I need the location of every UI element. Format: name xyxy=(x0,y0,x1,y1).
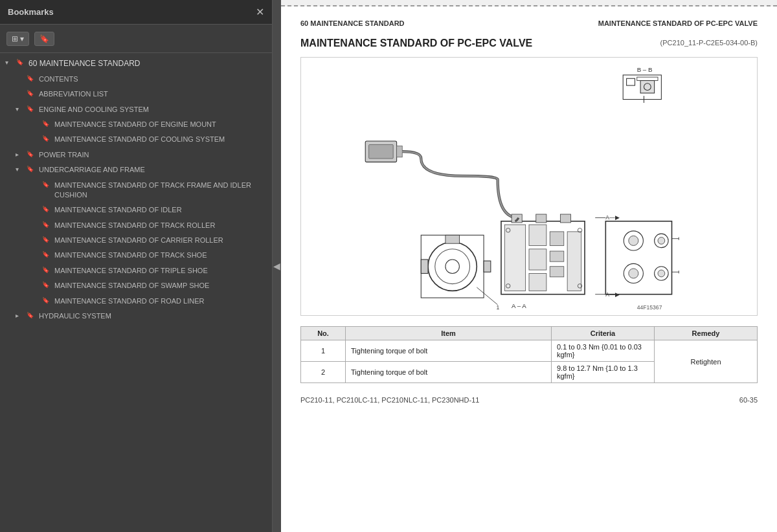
svg-rect-23 xyxy=(529,249,546,270)
sidebar-item-label: ENGINE AND COOLING SYSTEM xyxy=(39,105,149,115)
sidebar-item-label: CONTENTS xyxy=(39,74,78,84)
close-button[interactable]: ✕ xyxy=(256,6,264,18)
sidebar-item-engine[interactable]: ▾🔖ENGINE AND COOLING SYSTEM xyxy=(0,102,272,117)
sidebar-item-label: MAINTENANCE STANDARD OF SWAMP SHOE xyxy=(54,281,209,291)
document-reference: (PC210_11-P-C2E5-034-00-B) xyxy=(660,39,758,47)
sidebar-item-contents[interactable]: 🔖CONTENTS xyxy=(0,72,272,87)
bookmark-icon: 🔖 xyxy=(42,221,51,229)
sidebar-item-hydraulic[interactable]: ▸🔖HYDRAULIC SYSTEM xyxy=(0,309,272,324)
pc-epc-valve-diagram: B – B xyxy=(301,58,757,315)
svg-rect-35 xyxy=(560,214,570,223)
svg-rect-34 xyxy=(536,214,546,223)
sidebar-header: Bookmarks ✕ xyxy=(0,0,272,25)
dropdown-arrow-icon: ▾ xyxy=(20,34,24,43)
sidebar-item-track-shoe[interactable]: 🔖MAINTENANCE STANDARD OF TRACK SHOE xyxy=(0,248,272,263)
page-header: 60 MAINTENANCE STANDARD MAINTENANCE STAN… xyxy=(300,19,758,27)
sidebar-item-ms60[interactable]: ▾🔖60 MAINTENANCE STANDARD xyxy=(0,56,272,72)
toggle-icon: ▾ xyxy=(16,105,25,114)
bookmark-icon: 🔖 xyxy=(27,105,36,113)
svg-rect-17 xyxy=(445,235,460,243)
bookmark-icon: 🔖 xyxy=(27,74,36,83)
page-body: 60 MAINTENANCE STANDARD MAINTENANCE STAN… xyxy=(281,6,777,532)
sidebar-item-undercarriage[interactable]: ▾🔖UNDERCARRIAGE AND FRAME xyxy=(0,162,272,177)
row-item: Tightening torque of bolt xyxy=(346,362,552,383)
svg-rect-9 xyxy=(369,144,394,159)
page-header-right: MAINTENANCE STANDARD OF PC-EPC VALVE xyxy=(598,19,758,27)
sidebar-item-label: MAINTENANCE STANDARD OF TRIPLE SHOE xyxy=(54,266,208,276)
svg-rect-10 xyxy=(397,146,403,157)
view-options-button[interactable]: ⊞ ▾ xyxy=(6,32,29,46)
bookmark-icon: 🔖 xyxy=(27,165,36,173)
maintenance-table: No. Item Criteria Remedy 1 Tightening to… xyxy=(300,326,758,383)
sidebar-item-label: MAINTENANCE STANDARD OF COOLING SYSTEM xyxy=(54,135,225,144)
sidebar-item-abbr[interactable]: 🔖ABBREVIATION LIST xyxy=(0,87,272,102)
page-border xyxy=(281,0,777,6)
row-remedy: Retighten xyxy=(654,340,757,383)
bookmark-icon: 🔖 xyxy=(42,296,51,305)
sidebar-item-track-roller[interactable]: 🔖MAINTENANCE STANDARD OF TRACK ROLLER xyxy=(0,218,272,233)
col-header-no: No. xyxy=(301,327,346,340)
svg-rect-28 xyxy=(567,232,581,291)
bookmark-icon: 🔖 xyxy=(42,236,51,244)
table-row: 1 Tightening torque of bolt 0.1 to 0.3 N… xyxy=(301,340,758,362)
col-header-criteria: Criteria xyxy=(552,327,655,340)
sidebar-item-label: MAINTENANCE STANDARD OF TRACK SHOE xyxy=(54,250,207,260)
bookmark-icon: 🔖 xyxy=(42,120,51,128)
row-no: 2 xyxy=(301,362,346,383)
collapse-sidebar-handle[interactable]: ◀ xyxy=(272,0,281,532)
svg-text:B – B: B – B xyxy=(637,66,653,73)
svg-rect-5 xyxy=(640,80,655,93)
bookmark-icon: 🔖 xyxy=(42,135,51,143)
sidebar-item-label: POWER TRAIN xyxy=(39,150,89,160)
sidebar-item-swamp-shoe[interactable]: 🔖MAINTENANCE STANDARD OF SWAMP SHOE xyxy=(0,278,272,293)
toggle-icon: ▾ xyxy=(16,165,25,174)
criteria-table: No. Item Criteria Remedy 1 Tightening to… xyxy=(300,326,758,383)
svg-rect-16 xyxy=(484,261,491,272)
toggle-icon: ▾ xyxy=(5,58,14,67)
sidebar-item-road-liner[interactable]: 🔖MAINTENANCE STANDARD OF ROAD LINER xyxy=(0,294,272,309)
bookmark-icon: 🔖 xyxy=(39,34,49,43)
sidebar-item-carrier-roller[interactable]: 🔖MAINTENANCE STANDARD OF CARRIER ROLLER xyxy=(0,233,272,248)
page-footer: PC210-11, PC210LC-11, PC210NLC-11, PC230… xyxy=(300,396,758,404)
diagram-area: B – B xyxy=(300,57,758,316)
sidebar-item-triple-shoe[interactable]: 🔖MAINTENANCE STANDARD OF TRIPLE SHOE xyxy=(0,263,272,278)
sidebar-item-engine-mount[interactable]: 🔖MAINTENANCE STANDARD OF ENGINE MOUNT xyxy=(0,117,272,132)
col-header-item: Item xyxy=(346,327,552,340)
sidebar-item-label: MAINTENANCE STANDARD OF IDLER xyxy=(54,205,182,215)
chevron-left-icon: ◀ xyxy=(273,261,280,271)
svg-text:44F15367: 44F15367 xyxy=(637,304,662,311)
sidebar-item-idler[interactable]: 🔖MAINTENANCE STANDARD OF IDLER xyxy=(0,203,272,217)
sidebar-item-cooling[interactable]: 🔖MAINTENANCE STANDARD OF COOLING SYSTEM xyxy=(0,132,272,147)
page-number: 60-35 xyxy=(739,396,758,404)
sidebar: Bookmarks ✕ ⊞ ▾ 🔖 ▾🔖60 MAINTENANCE STAND… xyxy=(0,0,272,532)
grid-icon: ⊞ xyxy=(12,34,18,43)
svg-rect-22 xyxy=(529,225,546,245)
bookmark-icon: 🔖 xyxy=(42,266,51,274)
toggle-icon: ▸ xyxy=(16,150,25,159)
svg-point-40 xyxy=(658,238,665,245)
sidebar-item-label: UNDERCARRIAGE AND FRAME xyxy=(39,165,145,175)
sidebar-toolbar: ⊞ ▾ 🔖 xyxy=(0,25,272,53)
bookmark-options-button[interactable]: 🔖 xyxy=(34,32,54,46)
row-no: 1 xyxy=(301,340,346,362)
svg-text:A—▶: A—▶ xyxy=(605,291,619,298)
svg-rect-24 xyxy=(529,273,546,291)
svg-rect-26 xyxy=(550,251,564,261)
sidebar-item-track-frame[interactable]: 🔖MAINTENANCE STANDARD OF TRACK FRAME AND… xyxy=(0,178,272,203)
bookmark-icon: 🔖 xyxy=(42,281,51,289)
page-header-left: 60 MAINTENANCE STANDARD xyxy=(300,19,405,27)
toggle-icon: ▸ xyxy=(16,311,25,320)
model-numbers: PC210-11, PC210LC-11, PC210NLC-11, PC230… xyxy=(300,396,479,404)
sidebar-item-label: ABBREVIATION LIST xyxy=(39,89,108,99)
bookmark-icon: 🔖 xyxy=(27,150,36,159)
svg-rect-27 xyxy=(550,267,564,277)
main-content: 60 MAINTENANCE STANDARD MAINTENANCE STAN… xyxy=(281,0,777,532)
sidebar-item-label: HYDRAULIC SYSTEM xyxy=(39,311,111,321)
row-criteria: 0.1 to 0.3 Nm {0.01 to 0.03 kgfm} xyxy=(552,340,655,362)
svg-point-38 xyxy=(629,236,638,245)
bookmark-icon: 🔖 xyxy=(16,58,25,67)
svg-rect-25 xyxy=(550,232,564,246)
bookmark-icon: 🔖 xyxy=(42,205,51,214)
sidebar-item-power-train[interactable]: ▸🔖POWER TRAIN xyxy=(0,148,272,162)
sidebar-item-label: MAINTENANCE STANDARD OF CARRIER ROLLER xyxy=(54,236,223,245)
